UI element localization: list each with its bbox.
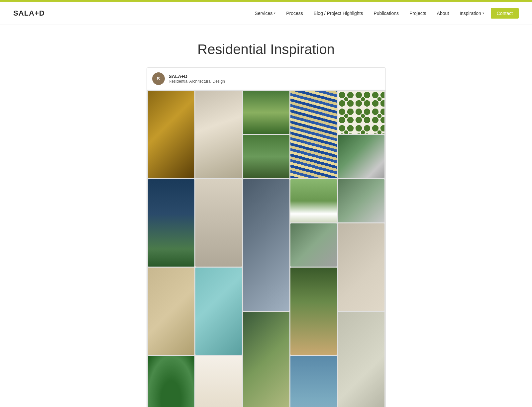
nav-blog[interactable]: Blog / Project Highlights [310, 8, 367, 19]
nav-about[interactable]: About [433, 8, 453, 19]
grid-item[interactable] [195, 356, 242, 407]
grid-item[interactable] [243, 312, 289, 407]
nav-projects[interactable]: Projects [405, 8, 430, 19]
grid-item[interactable] [290, 268, 337, 355]
chevron-down-icon: ▾ [274, 11, 275, 15]
grid-item[interactable] [338, 135, 384, 178]
grid-item[interactable] [338, 91, 384, 134]
board-subtitle: Residential Architectural Design [169, 79, 225, 84]
grid-item[interactable] [148, 356, 194, 407]
contact-button[interactable]: Contact [491, 8, 519, 19]
grid-item[interactable] [195, 91, 242, 178]
chevron-down-icon-2: ▾ [482, 11, 484, 15]
grid-item[interactable] [290, 223, 337, 267]
nav-services[interactable]: Services ▾ [251, 8, 280, 19]
nav-publications[interactable]: Publications [370, 8, 403, 19]
site-logo[interactable]: SALA+D [13, 9, 45, 18]
grid-item[interactable] [338, 179, 384, 222]
grid-item[interactable] [195, 268, 242, 355]
avatar: S [152, 72, 165, 85]
board-name: SALA+D [169, 74, 225, 79]
main-nav: Services ▾ Process Blog / Project Highli… [251, 8, 519, 19]
page-title-section: Residential Inspiration [0, 25, 532, 67]
grid-item[interactable] [243, 135, 289, 178]
grid-item[interactable] [148, 91, 194, 178]
grid-item[interactable] [243, 179, 289, 311]
grid-item[interactable] [290, 179, 337, 222]
grid-item[interactable] [243, 91, 289, 134]
nav-inspiration[interactable]: Inspiration ▾ [456, 8, 488, 19]
site-header: SALA+D Services ▾ Process Blog / Project… [0, 2, 532, 25]
board-header: S SALA+D Residential Architectural Desig… [147, 68, 385, 90]
grid-item[interactable] [338, 223, 384, 311]
grid-item[interactable] [338, 312, 384, 407]
nav-process[interactable]: Process [282, 8, 307, 19]
grid-item[interactable] [290, 356, 337, 407]
board-info: SALA+D Residential Architectural Design [169, 74, 225, 84]
grid-item[interactable] [290, 91, 337, 178]
grid-item[interactable] [148, 268, 194, 355]
grid-item[interactable] [195, 179, 242, 267]
pinterest-board: S SALA+D Residential Architectural Desig… [147, 67, 386, 407]
grid-item[interactable] [148, 179, 194, 267]
page-title: Residential Inspiration [7, 41, 525, 57]
